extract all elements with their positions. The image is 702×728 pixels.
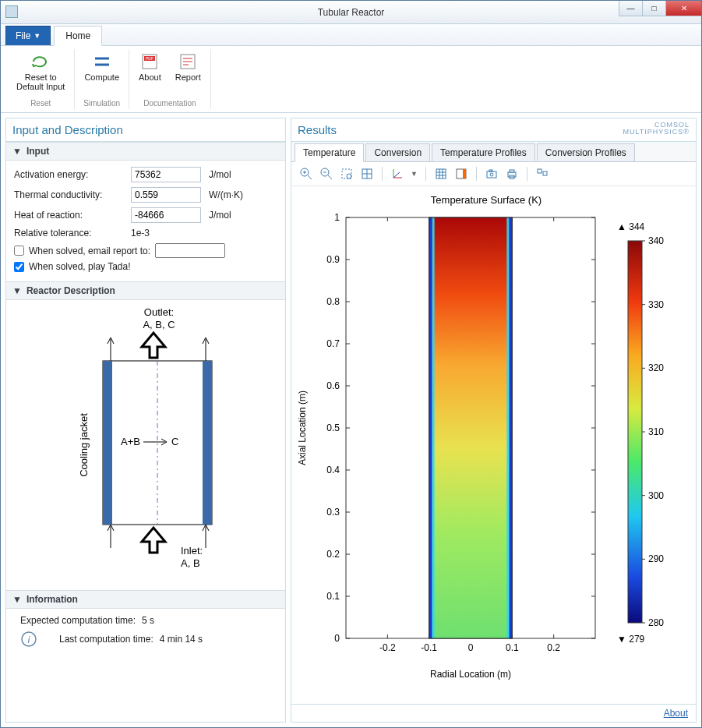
compute-icon bbox=[91, 52, 113, 71]
svg-rect-42 bbox=[487, 171, 496, 178]
svg-text:280: 280 bbox=[648, 617, 664, 628]
activation-label: Activation energy: bbox=[14, 169, 131, 180]
compute-button[interactable]: Compute bbox=[83, 51, 121, 83]
legend-icon[interactable] bbox=[454, 167, 468, 181]
reaction-lhs: A+B bbox=[121, 436, 140, 447]
svg-rect-12 bbox=[103, 361, 112, 525]
file-menu[interactable]: File ▼ bbox=[5, 26, 51, 45]
heat-input[interactable] bbox=[131, 207, 201, 223]
svg-text:0.1: 0.1 bbox=[326, 591, 340, 602]
tada-checkbox[interactable] bbox=[14, 262, 24, 272]
reset-label-2: Default Input bbox=[16, 82, 65, 91]
minimize-button[interactable]: — bbox=[619, 1, 642, 16]
svg-rect-51 bbox=[628, 241, 642, 623]
svg-rect-102 bbox=[509, 217, 512, 638]
svg-text:0.9: 0.9 bbox=[326, 254, 340, 265]
zoom-out-icon[interactable] bbox=[319, 167, 333, 181]
svg-text:PDF: PDF bbox=[146, 56, 153, 61]
titlebar: Tubular Reactor — □ ✕ bbox=[1, 1, 701, 24]
activation-input[interactable] bbox=[131, 167, 201, 182]
collapse-icon: ▼ bbox=[12, 285, 22, 296]
dropdown-caret-icon[interactable]: ▼ bbox=[411, 170, 418, 178]
simulation-group-label: Simulation bbox=[83, 99, 120, 108]
svg-rect-46 bbox=[510, 170, 514, 172]
maximize-button[interactable]: □ bbox=[642, 1, 665, 16]
tab-temperature-profiles[interactable]: Temperature Profiles bbox=[432, 143, 535, 161]
reset-to-default-button[interactable]: Reset to Default Input bbox=[15, 51, 66, 93]
about-button[interactable]: PDF About bbox=[137, 51, 163, 83]
tada-label: When solved, play Tada! bbox=[29, 261, 131, 272]
home-tab[interactable]: Home bbox=[54, 26, 102, 46]
zoom-extents-icon[interactable] bbox=[360, 167, 374, 181]
svg-rect-13 bbox=[203, 361, 212, 525]
info-icon: i bbox=[20, 631, 37, 648]
outlet-label-1: Outlet: bbox=[144, 306, 174, 318]
svg-text:0.3: 0.3 bbox=[326, 507, 340, 518]
outlet-label-2: A, B, C bbox=[143, 319, 175, 330]
reactor-section-toggle[interactable]: ▼ Reactor Description bbox=[6, 281, 285, 300]
expected-time-label: Expected computation time: bbox=[20, 615, 136, 626]
report-label: Report bbox=[175, 72, 201, 82]
svg-rect-49 bbox=[543, 171, 547, 175]
zoom-in-icon[interactable] bbox=[299, 167, 313, 181]
info-section-toggle[interactable]: ▼ Information bbox=[6, 590, 285, 609]
svg-rect-44 bbox=[489, 170, 492, 171]
info-section-label: Information bbox=[26, 594, 78, 605]
svg-line-25 bbox=[328, 175, 332, 179]
report-icon bbox=[177, 52, 199, 71]
thermal-unit: W/(m·K) bbox=[209, 189, 243, 200]
window-title: Tubular Reactor bbox=[318, 7, 385, 18]
thermal-input[interactable] bbox=[131, 187, 201, 203]
input-panel: Input and Description ▼ Input Activation… bbox=[5, 118, 286, 723]
svg-text:1: 1 bbox=[334, 212, 340, 223]
last-time-label: Last computation time: bbox=[59, 634, 153, 645]
svg-text:0.7: 0.7 bbox=[326, 338, 340, 349]
svg-rect-41 bbox=[463, 169, 466, 178]
reset-label-1: Reset to bbox=[25, 72, 57, 82]
app-icon bbox=[5, 5, 18, 18]
y-axis-label: Axial Location (m) bbox=[297, 391, 308, 465]
svg-text:0.1: 0.1 bbox=[506, 642, 519, 653]
about-label: About bbox=[139, 72, 161, 82]
input-section-toggle[interactable]: ▼ Input bbox=[6, 142, 285, 161]
snapshot-icon[interactable] bbox=[485, 167, 499, 181]
reltol-value: 1e-3 bbox=[131, 228, 150, 239]
results-tabs: Temperature Conversion Temperature Profi… bbox=[291, 142, 696, 162]
tab-conversion-profiles[interactable]: Conversion Profiles bbox=[537, 143, 635, 161]
results-panel: COMSOLMULTIPHYSICS® Results Temperature … bbox=[291, 118, 697, 723]
plot-area: Temperature Surface (K) Axial Location (… bbox=[291, 186, 696, 704]
svg-text:0.2: 0.2 bbox=[326, 549, 340, 560]
svg-text:0.6: 0.6 bbox=[326, 380, 340, 391]
svg-text:320: 320 bbox=[648, 362, 664, 373]
compute-label: Compute bbox=[84, 72, 119, 82]
tab-conversion[interactable]: Conversion bbox=[365, 143, 430, 161]
report-button[interactable]: Report bbox=[174, 51, 203, 83]
svg-text:0.5: 0.5 bbox=[326, 422, 340, 433]
tab-temperature[interactable]: Temperature bbox=[295, 143, 364, 162]
temperature-plot: Temperature Surface (K) Axial Location (… bbox=[291, 186, 681, 685]
axes-icon[interactable] bbox=[390, 167, 404, 181]
about-link[interactable]: About bbox=[664, 708, 688, 719]
email-checkbox[interactable] bbox=[14, 246, 24, 256]
svg-text:300: 300 bbox=[648, 490, 664, 501]
comsol-logo: COMSOLMULTIPHYSICS® bbox=[623, 122, 690, 136]
collapse-icon: ▼ bbox=[12, 594, 22, 605]
select-icon[interactable] bbox=[535, 167, 549, 181]
email-input[interactable] bbox=[155, 243, 225, 258]
reset-group-label: Reset bbox=[30, 99, 51, 108]
print-icon[interactable] bbox=[505, 167, 519, 181]
heat-unit: J/mol bbox=[209, 210, 231, 221]
zoom-box-icon[interactable] bbox=[340, 167, 354, 181]
x-axis-label: Radial Location (m) bbox=[430, 669, 511, 680]
svg-rect-100 bbox=[429, 217, 513, 638]
svg-text:-0.2: -0.2 bbox=[379, 642, 396, 653]
ribbon: Reset to Default Input Reset Compute Sim… bbox=[1, 46, 701, 113]
svg-rect-103 bbox=[432, 217, 435, 638]
collapse-icon: ▼ bbox=[12, 146, 22, 157]
svg-text:340: 340 bbox=[648, 235, 664, 246]
activation-unit: J/mol bbox=[209, 169, 231, 180]
svg-point-28 bbox=[347, 174, 351, 178]
email-label: When solved, email report to: bbox=[29, 246, 150, 256]
grid-icon[interactable] bbox=[434, 167, 448, 181]
close-button[interactable]: ✕ bbox=[665, 1, 701, 16]
